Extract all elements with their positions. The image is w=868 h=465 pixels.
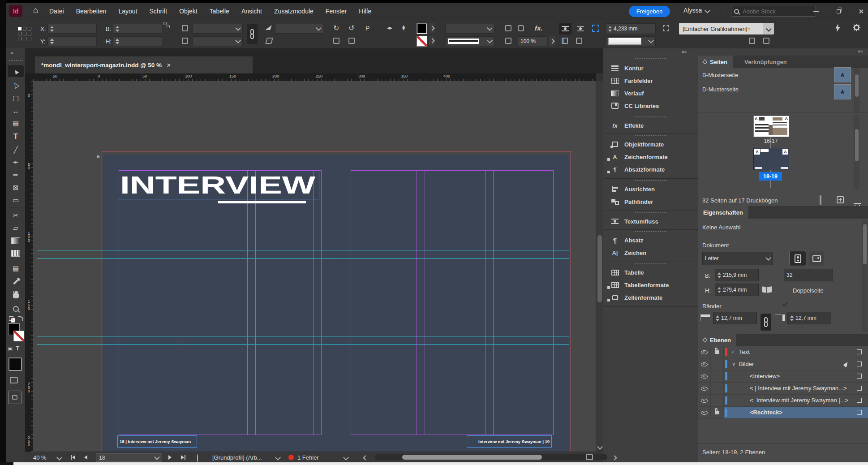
formatting-text-icon[interactable]: T: [16, 345, 19, 352]
menu-tabelle[interactable]: Tabelle: [210, 8, 229, 15]
scale-x-dropdown[interactable]: [193, 24, 243, 34]
orientation-landscape-button[interactable]: [808, 251, 825, 266]
gutter-field[interactable]: 4,233 mm: [606, 23, 656, 34]
height-field[interactable]: [113, 36, 162, 46]
stock-search[interactable]: [731, 6, 816, 17]
corner-options-icon[interactable]: [505, 25, 511, 31]
spread-view-button[interactable]: [583, 452, 596, 461]
share-button[interactable]: Freigeben: [629, 6, 670, 17]
master-page-b-thumbnail[interactable]: A: [834, 67, 851, 82]
layer-row-interview-swayman-1[interactable]: < | Interview mit Jeremy Swayman...>: [698, 383, 868, 395]
edit-original-icon[interactable]: [763, 38, 769, 44]
lock-icon[interactable]: [711, 346, 723, 358]
error-count[interactable]: 1 Fehler: [297, 454, 319, 461]
opacity-flyout-button[interactable]: [549, 36, 555, 46]
panel-button-zeichenformate[interactable]: AZeichenformate: [604, 151, 698, 163]
opacity-field[interactable]: 100 %: [518, 36, 547, 46]
settings-gear-icon[interactable]: [853, 24, 860, 31]
scale-y-dropdown[interactable]: [193, 36, 243, 46]
flip-along-icon[interactable]: [348, 38, 355, 44]
wrap-none-button[interactable]: [559, 23, 572, 34]
last-page-button[interactable]: [181, 455, 185, 460]
minimize-button[interactable]: [806, 3, 826, 20]
tint-dropdown[interactable]: [445, 24, 494, 34]
fill-flyout-button[interactable]: [429, 23, 435, 33]
menu-datei[interactable]: Datei: [49, 8, 64, 15]
panel-button-textumfluss[interactable]: Textumfluss: [604, 215, 698, 228]
doc-height-field[interactable]: 279,4 mm: [715, 284, 759, 296]
panel-button-absatzformate[interactable]: ¶Absatzformate: [604, 163, 698, 176]
scroll-thumb[interactable]: [855, 74, 859, 97]
add-page-icon[interactable]: [837, 196, 844, 203]
rotate-cw-icon[interactable]: ↻: [333, 24, 339, 32]
formatting-container-icon[interactable]: ▣: [8, 345, 13, 352]
pencil-tool[interactable]: ✏: [6, 169, 25, 181]
content-collector-tool[interactable]: ▦: [6, 117, 25, 129]
spread-18-19-label-selected[interactable]: 18-19: [759, 172, 782, 181]
layer-row-interview-swayman-2[interactable]: < Interview mit Jeremy Swayman |...>: [698, 395, 868, 407]
footer-text-frame-left[interactable]: 18 | Interview mit Jeremy Swayman: [117, 435, 197, 448]
panel-button-tabelle[interactable]: Tabelle: [604, 266, 698, 279]
menu-objekt[interactable]: Objekt: [179, 8, 197, 15]
horizontal-guide[interactable]: [37, 336, 569, 336]
selection-tool[interactable]: ▲: [8, 65, 24, 77]
panel-button-tabellenformate[interactable]: Tabellenformate: [604, 279, 698, 291]
reference-point-proxy[interactable]: [18, 27, 31, 40]
expander-icon[interactable]: ∨: [732, 361, 735, 367]
zoom-level[interactable]: 40 %: [33, 454, 47, 461]
visibility-eye-icon[interactable]: [698, 370, 710, 382]
fill-swatch[interactable]: [417, 23, 427, 34]
corner-shape-icon[interactable]: [518, 25, 524, 31]
margins-link-button[interactable]: [761, 314, 771, 331]
free-transform-tool[interactable]: ▱: [6, 222, 25, 234]
previous-page-button[interactable]: [84, 455, 87, 460]
page-tool[interactable]: ▢: [6, 92, 25, 104]
vscroll-thumb[interactable]: [597, 235, 602, 302]
visibility-eye-icon[interactable]: [698, 346, 710, 358]
toolbar-expand-icon[interactable]: »: [11, 50, 13, 56]
panel-button-effekte[interactable]: fxEffekte: [604, 119, 698, 132]
orientation-portrait-button[interactable]: [789, 251, 806, 266]
masters-scrollbar[interactable]: [854, 68, 859, 113]
tab-ebenen[interactable]: Ebenen: [698, 334, 736, 346]
scroll-down-icon[interactable]: [597, 444, 603, 450]
panel-button-objektformate[interactable]: Objektformate: [604, 138, 698, 151]
horizontal-scrollbar-track[interactable]: [374, 454, 607, 460]
menu-hilfe[interactable]: Hilfe: [359, 8, 371, 15]
flip-horizontal-icon[interactable]: ◂▸: [387, 25, 392, 31]
scroll-thumb[interactable]: [855, 129, 859, 161]
x-position-field[interactable]: [47, 24, 97, 34]
gradient-swatch-tool[interactable]: [6, 235, 25, 246]
cell-view-icon[interactable]: [10, 377, 18, 383]
menu-fenster[interactable]: Fenster: [326, 8, 347, 15]
error-chevron-icon[interactable]: [343, 455, 349, 461]
master-page-d-thumbnail[interactable]: A: [834, 84, 851, 99]
first-page-button[interactable]: [71, 455, 75, 460]
panel-button-zellenformate[interactable]: Zellenformate: [604, 291, 698, 304]
direct-selection-tool[interactable]: △: [6, 79, 25, 90]
spread-18-19-thumbnail[interactable]: A A: [753, 148, 789, 170]
panel-button-pathfinder[interactable]: Pathfinder: [604, 195, 698, 208]
panel-button-farbfelder[interactable]: Farbfelder: [604, 74, 698, 87]
link-scale-button[interactable]: [247, 24, 258, 44]
next-page-button[interactable]: [168, 455, 172, 460]
horizontal-scrollbar-thumb[interactable]: [402, 455, 542, 460]
tab-eigenschaften[interactable]: Eigenschaften: [698, 206, 748, 219]
page-size-dropdown[interactable]: Letter: [702, 252, 773, 265]
properties-scrollbar[interactable]: [862, 220, 868, 332]
close-button[interactable]: [851, 3, 868, 20]
y-position-field[interactable]: [47, 36, 97, 46]
panel-button-ausrichten[interactable]: Ausrichten: [604, 183, 698, 195]
eyedropper-tool[interactable]: [6, 276, 25, 288]
zoom-tool[interactable]: [6, 303, 25, 314]
visibility-eye-icon[interactable]: [698, 358, 710, 370]
panel-button-verlauf[interactable]: Verlauf: [604, 87, 698, 99]
spreads-scrollbar[interactable]: [854, 115, 859, 189]
preview-dropdown[interactable]: [606, 36, 656, 46]
visibility-eye-icon[interactable]: [698, 383, 710, 394]
layer-row-text[interactable]: › Text: [698, 346, 868, 358]
margin-right-field[interactable]: 12,7 mm: [787, 312, 831, 324]
stroke-flyout-button[interactable]: [429, 36, 435, 46]
dock-collapse-icon[interactable]: ««: [682, 49, 687, 54]
spread-16-17-label[interactable]: 16-17: [753, 138, 788, 144]
